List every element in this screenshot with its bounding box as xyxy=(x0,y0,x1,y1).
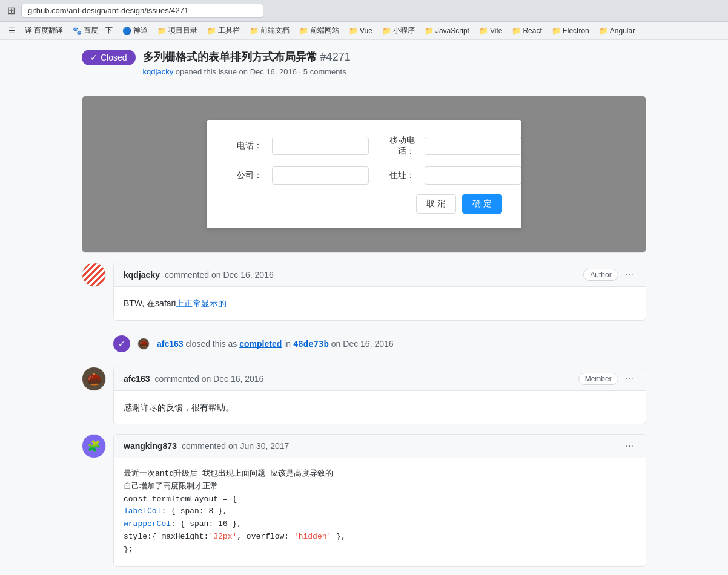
bookmark-frontend-web[interactable]: 📁 前端网站 xyxy=(296,24,343,37)
wangking-code: 最近一次antd升级后 我也出现上面问题 应该是高度导致的 自己增加了高度限制才… xyxy=(124,468,636,556)
author-badge: Author xyxy=(583,269,618,281)
browser-grid-icon: ⊞ xyxy=(7,5,15,16)
bookmark-apps-icon[interactable]: ☰ xyxy=(5,25,19,36)
comment-afc163: 🌰 afc163 commented on Dec 16, 2016 Membe… xyxy=(82,367,646,424)
form-actions: 取 消 确 定 xyxy=(226,194,502,214)
comment-body-kqdjacky: BTW, 在safari上正常显示的 xyxy=(114,287,646,320)
mobile-label: 移动电话： xyxy=(379,135,415,157)
bookmark-frontend-docs[interactable]: 📁 前端文档 xyxy=(246,24,293,37)
avatar-afc163: 🌰 xyxy=(82,367,106,391)
folder-icon-2: 📁 xyxy=(207,27,216,35)
comment-card-kqdjacky: kqdjacky commented on Dec 16, 2016 Autho… xyxy=(113,263,646,320)
bookmark-miniapp[interactable]: 📁 小程序 xyxy=(379,24,419,37)
avatar-kqdjacky xyxy=(82,263,106,287)
bookmark-translate[interactable]: 译 百度翻译 xyxy=(21,24,67,37)
confirm-button[interactable]: 确 定 xyxy=(462,194,502,214)
comment-kqdjacky: kqdjacky commented on Dec 16, 2016 Autho… xyxy=(82,263,646,320)
avatar-wangking: 🧩 xyxy=(82,434,106,458)
issue-meta: kqdjacky opened this issue on Dec 16, 20… xyxy=(143,67,646,76)
comment-card-wangking: wangking873 commented on Jun 30, 2017 ··… xyxy=(113,434,646,567)
safari-link[interactable]: 上正常显示的 xyxy=(176,298,227,308)
address-input[interactable] xyxy=(425,166,521,185)
cancel-button[interactable]: 取 消 xyxy=(416,194,456,214)
folder-icon-6: 📁 xyxy=(382,27,391,35)
close-event-dot: ✓ xyxy=(113,335,130,352)
comment-header-right-afc163: Member ··· xyxy=(578,372,636,386)
folder-icon-11: 📁 xyxy=(599,27,608,35)
browser-url-bar[interactable]: github.com/ant-design/ant-design/issues/… xyxy=(21,4,263,18)
bookmark-baidu[interactable]: 🐾 百度一下 xyxy=(69,24,116,37)
form-demo-background: 电话： 移动电话： 公司： 住址： 取 消 确 定 xyxy=(82,96,646,252)
main-content: ✓ Closed 多列栅格式的表单排列方式布局异常 #4271 kqdjacky… xyxy=(67,40,661,575)
folder-icon-10: 📁 xyxy=(552,27,561,35)
issue-title: 多列栅格式的表单排列方式布局异常 #4271 xyxy=(143,50,646,65)
bookmark-react[interactable]: 📁 React xyxy=(508,25,545,36)
completed-link[interactable]: completed xyxy=(239,339,282,349)
folder-icon-9: 📁 xyxy=(512,27,521,35)
member-badge: Member xyxy=(578,373,618,385)
code-line-7: }; xyxy=(124,544,636,556)
chandao-icon: 🔵 xyxy=(122,27,131,35)
form-row-phone: 电话： 移动电话： xyxy=(226,135,502,157)
closed-badge: ✓ Closed xyxy=(82,50,136,65)
folder-icon: 📁 xyxy=(157,27,167,35)
comment-body-wangking: 最近一次antd升级后 我也出现上面问题 应该是高度导致的 自己增加了高度限制才… xyxy=(114,458,646,566)
wangking-avatar-icon: 🧩 xyxy=(87,439,101,453)
comment-username-kqdjacky[interactable]: kqdjacky xyxy=(124,270,160,280)
code-line-2: 自己增加了高度限制才正常 xyxy=(124,481,636,493)
check-icon: ✓ xyxy=(118,339,125,349)
folder-icon-5: 📁 xyxy=(349,27,358,35)
phone-input[interactable] xyxy=(272,137,369,155)
phone-label: 电话： xyxy=(226,140,262,151)
comment-header-left-kqdjacky: kqdjacky commented on Dec 16, 2016 xyxy=(124,270,274,280)
bookmark-javascript[interactable]: 📁 JavaScript xyxy=(421,25,473,36)
check-circle-icon: ✓ xyxy=(90,53,98,62)
comment-header-wangking: wangking873 commented on Jun 30, 2017 ··… xyxy=(114,435,646,458)
afc163-link[interactable]: afc163 xyxy=(157,339,184,349)
issue-header: ✓ Closed 多列栅格式的表单排列方式布局异常 #4271 kqdjacky… xyxy=(82,50,646,86)
commit-link[interactable]: 48de73b xyxy=(293,339,329,349)
screenshot-inner: 电话： 移动电话： 公司： 住址： 取 消 确 定 xyxy=(82,96,646,252)
bookmark-vite[interactable]: 📁 Vite xyxy=(475,25,506,36)
timeline-close-event: ✓ 🌰 afc163 closed this as completed in 4… xyxy=(113,330,646,357)
code-line-3: const formItemLayout = { xyxy=(124,493,636,506)
baidu-icon: 🐾 xyxy=(73,27,82,35)
issue-title-area: 多列栅格式的表单排列方式布局异常 #4271 kqdjacky opened t… xyxy=(143,50,646,76)
folder-icon-7: 📁 xyxy=(425,27,434,35)
bookmark-toolbar[interactable]: 📁 工具栏 xyxy=(204,24,243,37)
timeline-text: afc163 closed this as completed in 48de7… xyxy=(157,339,394,349)
comment-header-right-kqdjacky: Author ··· xyxy=(583,268,636,281)
form-demo-card: 电话： 移动电话： 公司： 住址： 取 消 确 定 xyxy=(207,120,521,228)
folder-icon-3: 📁 xyxy=(250,27,259,35)
comment-wangking: 🧩 wangking873 commented on Jun 30, 2017 … xyxy=(82,434,646,567)
folder-icon-4: 📁 xyxy=(299,27,308,35)
company-input[interactable] xyxy=(272,166,369,185)
bookmark-angular[interactable]: 📁 Angular xyxy=(595,25,638,36)
folder-icon-8: 📁 xyxy=(479,27,488,35)
translate-icon: 译 xyxy=(25,25,32,36)
comment-header-kqdjacky: kqdjacky commented on Dec 16, 2016 Autho… xyxy=(114,263,646,287)
more-options-button-afc163[interactable]: ··· xyxy=(623,372,636,386)
comment-username-afc163[interactable]: afc163 xyxy=(124,374,150,384)
code-line-1: 最近一次antd升级后 我也出现上面问题 应该是高度导致的 xyxy=(124,468,636,481)
browser-chrome: ⊞ github.com/ant-design/ant-design/issue… xyxy=(0,0,728,22)
comment-header-afc163: afc163 commented on Dec 16, 2016 Member … xyxy=(114,367,646,391)
comment-username-wangking[interactable]: wangking873 xyxy=(124,441,177,451)
code-line-5: wrapperCol: { span: 16 }, xyxy=(124,518,636,531)
more-options-button-kqdjacky[interactable]: ··· xyxy=(623,268,636,281)
bookmarks-bar: ☰ 译 百度翻译 🐾 百度一下 🔵 禅道 📁 项目目录 📁 工具栏 📁 前端文档… xyxy=(0,22,728,40)
bookmark-vue[interactable]: 📁 Vue xyxy=(345,25,376,36)
bookmark-project[interactable]: 📁 项目目录 xyxy=(154,24,201,37)
bookmark-chandao[interactable]: 🔵 禅道 xyxy=(119,24,151,37)
form-row-company: 公司： 住址： xyxy=(226,166,502,185)
mobile-input[interactable] xyxy=(425,137,521,155)
comment-header-right-wangking: ··· xyxy=(623,439,636,453)
comment-header-left-wangking: wangking873 commented on Jun 30, 2017 xyxy=(124,441,289,451)
bookmark-electron[interactable]: 📁 Electron xyxy=(548,25,593,36)
address-label: 住址： xyxy=(379,170,415,181)
company-label: 公司： xyxy=(226,170,262,181)
code-line-4: labelCol: { span: 8 }, xyxy=(124,505,636,518)
more-options-button-wangking[interactable]: ··· xyxy=(623,439,636,453)
screenshot-container: 电话： 移动电话： 公司： 住址： 取 消 确 定 xyxy=(82,96,646,253)
issue-author-link[interactable]: kqdjacky xyxy=(143,67,174,76)
